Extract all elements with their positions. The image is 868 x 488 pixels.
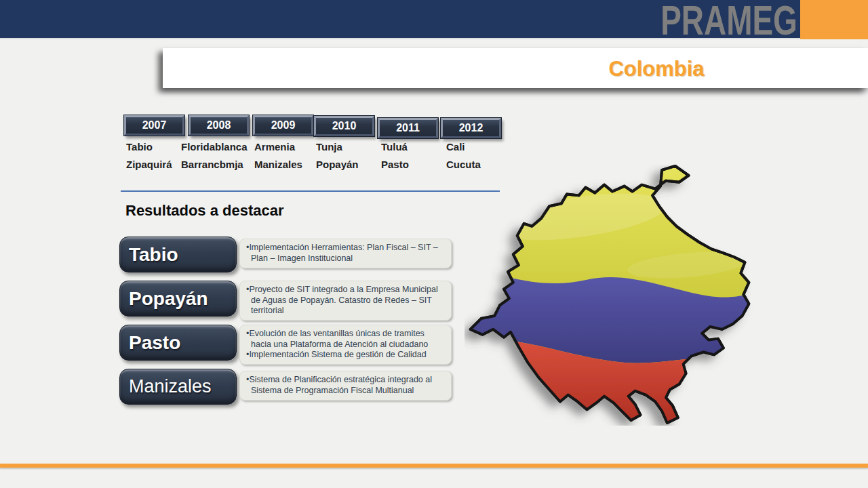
- city-button-tabio[interactable]: Tabio: [119, 237, 237, 272]
- year-cities-2009: Armenia Manizales: [254, 138, 302, 174]
- colombia-map-image: [465, 165, 756, 426]
- footer-accent-bar: [0, 464, 868, 468]
- result-card-pasto: Evolución de las ventanillas únicas de t…: [239, 325, 452, 365]
- city-line: Floridablanca: [181, 138, 248, 156]
- result-card-popayan: Proyecto de SIT integrado a la Empresa M…: [239, 281, 452, 321]
- city-button-popayan[interactable]: Popayán: [119, 281, 237, 317]
- year-cities-2008: Floridablanca Barrancbmja: [181, 138, 248, 174]
- title-banner: Colombia: [163, 48, 868, 88]
- year-cities-2007: Tabio Zipaquirá: [126, 138, 172, 174]
- result-bullet: Proyecto de SIT integrado a la Empresa M…: [246, 285, 445, 317]
- brand-logo: PRAMEG: [660, 0, 797, 41]
- header-bar: PRAMEG: [0, 0, 868, 39]
- page-title: Colombia: [561, 57, 751, 81]
- result-bullet: Implementación Herramientas: Plan Fiscal…: [246, 243, 445, 264]
- year-button-2010[interactable]: 2010: [314, 116, 374, 136]
- results-heading: Resultados a destacar: [125, 202, 284, 220]
- city-line: Armenia: [254, 138, 302, 156]
- year-cities-2010: Tunja Popayán: [316, 138, 359, 174]
- colombia-map: [465, 165, 756, 426]
- year-cities-2011: Tuluá Pasto: [381, 138, 409, 174]
- result-card-tabio: Implementación Herramientas: Plan Fiscal…: [239, 239, 452, 268]
- year-button-2008[interactable]: 2008: [189, 115, 249, 136]
- city-button-manizales[interactable]: Manizales: [119, 369, 237, 405]
- result-bullet: Implementación Sistema de gestión de Cal…: [246, 350, 445, 361]
- city-line: Manizales: [254, 156, 302, 174]
- city-line: Tunja: [316, 138, 359, 156]
- city-line: Tabio: [126, 138, 172, 156]
- city-line: Barrancbmja: [181, 156, 248, 174]
- city-line: Tuluá: [381, 138, 409, 156]
- section-divider: [121, 190, 500, 192]
- city-line: Zipaquirá: [126, 156, 172, 174]
- result-card-manizales: Sistema de Planificación estratégica int…: [239, 371, 452, 401]
- result-bullet: Sistema de Planificación estratégica int…: [246, 375, 445, 396]
- year-button-2007[interactable]: 2007: [124, 115, 184, 136]
- city-line: Cali: [446, 138, 481, 156]
- year-button-2011[interactable]: 2011: [378, 118, 438, 138]
- city-line: Popayán: [316, 156, 359, 174]
- city-button-pasto[interactable]: Pasto: [119, 325, 237, 361]
- result-bullet: Evolución de las ventanillas únicas de t…: [246, 329, 445, 350]
- year-button-2009[interactable]: 2009: [253, 115, 313, 136]
- header-accent-block: [800, 0, 868, 39]
- year-button-2012[interactable]: 2012: [441, 118, 501, 138]
- city-line: Pasto: [381, 156, 409, 174]
